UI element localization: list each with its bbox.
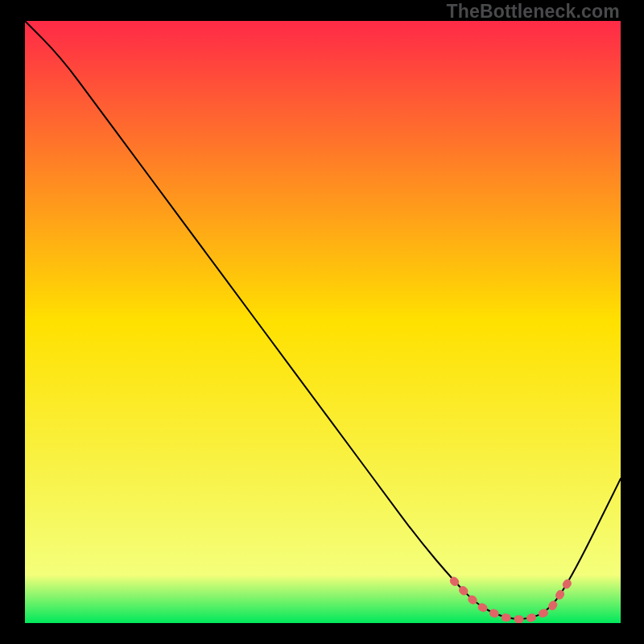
bottleneck-chart [25,21,621,623]
gradient-background [25,21,621,623]
watermark-text: TheBottleneck.com [446,1,620,23]
